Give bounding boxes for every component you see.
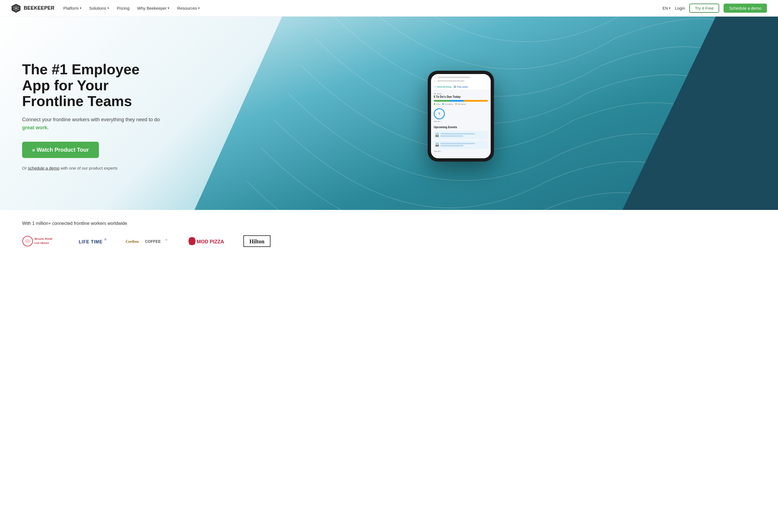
chevron-down-icon: ▾ — [80, 6, 81, 10]
svg-text:MOD PIZZA: MOD PIZZA — [197, 239, 224, 244]
legend-in-progress: In progress — [442, 103, 453, 105]
chevron-down-icon: ▾ — [669, 6, 671, 10]
caribou-coffee-logo: Caribou COFFEE ™ — [124, 236, 168, 247]
nav-why-beekeeper[interactable]: Why Beekeeper ▾ — [137, 6, 169, 10]
svg-text:™: ™ — [165, 239, 167, 242]
progress-in-progress — [450, 100, 464, 102]
svg-text:COFFEE: COFFEE — [145, 239, 161, 244]
hero-subtitle: Connect your frontline workers with ever… — [22, 116, 166, 132]
phone-screen: ⚠ ✓ 📄 Read Briefing — [431, 74, 491, 158]
legend-done: Done — [434, 103, 440, 105]
phone-frame: ⚠ ✓ 📄 Read Briefing — [428, 71, 494, 162]
progress-done — [434, 100, 450, 102]
progress-legend: Done In progress Not started — [434, 103, 488, 105]
svg-text:LAS VEGAS: LAS VEGAS — [34, 242, 49, 244]
login-button[interactable]: Login — [675, 6, 685, 10]
try-free-button[interactable]: Try it Free — [689, 4, 719, 13]
hero-section: The #1 Employee App for Your Frontline T… — [0, 17, 778, 210]
nav-resources[interactable]: Resources ▾ — [177, 6, 200, 10]
svg-text:Resorts World: Resorts World — [34, 237, 52, 240]
logos-row: Resorts World LAS VEGAS LIFE TIME ® Cari… — [22, 234, 756, 248]
hilton-logo: Hilton — [243, 235, 271, 247]
legend-not-started: Not started — [455, 103, 466, 105]
nav-pricing[interactable]: Pricing — [117, 6, 130, 10]
tasks-section: My Tasks 5 To Do's Due Today Done — [434, 93, 488, 122]
svg-text:®: ® — [104, 238, 107, 241]
svg-text:LIFE TIME: LIFE TIME — [79, 239, 102, 244]
chevron-down-icon: ▾ — [107, 6, 109, 10]
tasks-circle: 5 — [434, 108, 445, 119]
nav-left: BEEKEEPER Platform ▾ Solutions ▾ Pricing… — [11, 3, 200, 13]
play-audio-button[interactable]: 🎧 Play audio — [454, 86, 468, 88]
schedule-demo-button[interactable]: Schedule a demo — [723, 4, 767, 13]
nav-right: EN ▾ Login Try it Free Schedule a demo — [663, 4, 767, 13]
phone-mockup: ⚠ ✓ 📄 Read Briefing — [166, 71, 756, 162]
event-item-aug: Aug 04 — [434, 141, 488, 149]
nav-links: Platform ▾ Solutions ▾ Pricing Why Beeke… — [63, 6, 200, 10]
logos-section: With 1 million+ connected frontline work… — [0, 210, 778, 259]
hero-content: The #1 Employee App for Your Frontline T… — [0, 17, 778, 210]
watch-tour-button[interactable]: » Watch Product Tour — [22, 142, 99, 158]
workers-text: With 1 million+ connected frontline work… — [22, 221, 756, 226]
phone-body: My Tasks 5 To Do's Due Today Done — [431, 90, 491, 158]
svg-text:Hilton: Hilton — [249, 238, 264, 244]
demo-text: Or schedule a demo with one of our produ… — [22, 166, 166, 170]
logo-icon — [11, 3, 21, 13]
lifetime-logo: LIFE TIME ® — [77, 236, 108, 247]
chevron-down-icon: ▾ — [168, 6, 169, 10]
chevron-down-icon: ▾ — [198, 6, 200, 10]
event-item-july: July 03 — [434, 131, 488, 139]
language-selector[interactable]: EN ▾ — [663, 6, 670, 10]
event-date-july: July 03 — [436, 133, 439, 138]
navbar: BEEKEEPER Platform ▾ Solutions ▾ Pricing… — [0, 0, 778, 17]
tasks-title: 5 To Do's Due Today — [434, 95, 488, 98]
highlight-text: great work. — [22, 125, 49, 130]
tasks-label: My Tasks — [434, 93, 488, 95]
see-all-tasks[interactable]: See all > — [434, 121, 488, 122]
progress-not-started — [464, 100, 488, 102]
progress-bar — [434, 100, 488, 102]
nav-solutions[interactable]: Solutions ▾ — [89, 6, 109, 10]
resorts-world-logo: Resorts World LAS VEGAS — [22, 234, 61, 248]
read-briefing-button[interactable]: 📄 Read Briefing — [434, 86, 452, 88]
mod-pizza-logo: MOD PIZZA — [185, 236, 227, 247]
phone-header: ⚠ ✓ — [431, 74, 491, 84]
event-date-aug: Aug 04 — [436, 142, 439, 147]
schedule-demo-link[interactable]: schedule a demo — [28, 166, 59, 170]
phone-action-buttons: 📄 Read Briefing 🎧 Play audio — [431, 84, 491, 90]
logo[interactable]: BEEKEEPER — [11, 3, 55, 13]
svg-marker-13 — [188, 237, 196, 245]
hero-title: The #1 Employee App for Your Frontline T… — [22, 62, 166, 109]
see-all-events[interactable]: See all > — [434, 150, 488, 152]
events-section: Upcoming Events July 03 — [434, 126, 488, 152]
nav-platform[interactable]: Platform ▾ — [63, 6, 81, 10]
svg-text:Caribou: Caribou — [126, 239, 139, 244]
upcoming-title: Upcoming Events — [434, 126, 488, 129]
hero-text: The #1 Employee App for Your Frontline T… — [22, 62, 166, 170]
logo-text: BEEKEEPER — [24, 5, 55, 11]
